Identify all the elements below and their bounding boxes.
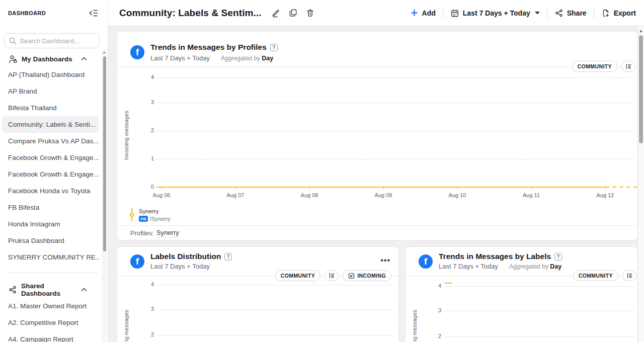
gridline	[156, 335, 393, 335]
x-tick-mark	[235, 188, 236, 190]
sidebar-item[interactable]: FB Bifesta	[2, 199, 99, 216]
help-icon[interactable]: ?	[554, 253, 562, 261]
my-dashboards-list: AP (Thailand) Dashboard AP Brand Bifesta…	[0, 66, 102, 266]
help-icon[interactable]: ?	[270, 44, 278, 51]
sidebar-item[interactable]: Compare Pruksa Vs AP Das...	[2, 133, 99, 149]
mean-icon	[626, 273, 633, 279]
mean-icon	[625, 63, 632, 69]
chart-trends-by-labels: Incoming messages432	[406, 281, 637, 342]
export-button[interactable]: Export	[601, 9, 636, 18]
card-menu-button[interactable]: •••	[380, 256, 390, 265]
y-tick-label: 4	[137, 74, 154, 80]
sidebar-item[interactable]: AP (Thailand) Dashboard	[2, 66, 99, 83]
incoming-filter-badge[interactable]: INCOMING	[343, 270, 391, 281]
x-tick-label: Aug 09	[367, 192, 399, 198]
community-badge[interactable]: COMMUNITY	[573, 270, 618, 281]
y-tick-label: 0	[137, 184, 154, 190]
sidebar-item[interactable]: A1. Master Owned Report	[2, 298, 99, 314]
card-date-range: Last 7 Days + Today	[150, 263, 210, 270]
card-header-divider	[117, 66, 637, 67]
help-icon[interactable]: ?	[224, 253, 232, 261]
facebook-icon: f	[130, 45, 144, 59]
x-tick-mark	[531, 188, 532, 190]
add-label: Add	[422, 9, 436, 17]
sidebar-item[interactable]: Facebook Growth & Engage...	[2, 149, 99, 166]
card-title: Trends in Messages by Labels	[439, 252, 551, 261]
gridline	[156, 131, 634, 131]
sidebar-item[interactable]: Bifesta Thailand	[2, 100, 99, 116]
card-title: Trends in Messages by Profiles	[150, 43, 267, 52]
gridline	[445, 311, 634, 311]
sidebar-item-selected[interactable]: Community: Labels & Senti...	[2, 116, 99, 133]
mean-stat-toggle[interactable]	[621, 61, 635, 72]
toolbar-divider	[443, 8, 443, 19]
my-dashboards-section-header[interactable]: My Dashboards	[0, 52, 101, 66]
share-button[interactable]: Share	[554, 9, 587, 18]
sidebar-item[interactable]: Facebook Growth & Engage...	[2, 166, 99, 183]
profiles-footer-value[interactable]: Synerry	[156, 229, 179, 237]
chevron-down-icon	[535, 12, 540, 15]
y-tick-label: 2	[424, 333, 441, 339]
dashboard-title: Community: Labels & Sentim...	[119, 8, 262, 19]
mean-stat-toggle[interactable]	[622, 270, 636, 281]
aggregated-by-value[interactable]: Day	[262, 55, 273, 63]
gridline	[156, 77, 634, 78]
calendar-icon	[450, 9, 459, 18]
shared-dashboards-list: A1. Master Owned Report A2. Competitive …	[0, 298, 102, 342]
gridline	[156, 103, 634, 103]
sidebar-item[interactable]: A2. Competitive Report	[2, 314, 99, 331]
sidebar-scrollbar-thumb[interactable]	[103, 56, 106, 251]
legend-marker-icon	[129, 208, 134, 221]
shared-dashboards-icon	[8, 285, 17, 294]
search-input[interactable]	[20, 37, 108, 45]
x-tick-mark	[309, 188, 310, 190]
x-tick-label: Aug 11	[515, 192, 547, 198]
shared-dashboards-section-header[interactable]: Shared Dashboards	[0, 283, 101, 297]
x-tick-mark	[162, 188, 162, 190]
gridline	[445, 286, 634, 287]
chart-legend[interactable]: Synerry FB /Synerry	[129, 208, 171, 222]
sidebar-item[interactable]: Honda Instagram	[2, 216, 99, 232]
aggregated-by-label: Aggregated by	[509, 263, 548, 270]
add-widget-button[interactable]: Add	[410, 9, 436, 17]
x-tick-mark	[383, 188, 384, 190]
main-scroll-up-arrow[interactable]: ▲	[638, 29, 643, 33]
y-axis-label: Incoming messages	[123, 310, 129, 342]
mean-stat-toggle[interactable]	[325, 270, 339, 281]
series-line-dashed-today	[605, 187, 637, 188]
community-badge[interactable]: COMMUNITY	[275, 270, 320, 281]
duplicate-dashboard-icon[interactable]	[288, 8, 298, 18]
y-tick-label: 2	[137, 331, 154, 337]
chevron-up-icon[interactable]	[80, 55, 88, 62]
sidebar-item[interactable]: AP Brand	[2, 83, 99, 100]
share-label: Share	[567, 9, 587, 17]
community-badge[interactable]: COMMUNITY	[572, 61, 617, 72]
sidebar-item[interactable]: Facebook Honda vs Toyota	[2, 183, 99, 199]
delete-dashboard-icon[interactable]	[305, 8, 315, 18]
my-dashboards-label: My Dashboards	[22, 55, 72, 63]
my-dashboards-icon	[8, 54, 18, 64]
sidebar-item[interactable]: SYNERRY COMMUNITY RE...	[2, 249, 99, 266]
chart-labels-distribution: Incoming messages432	[117, 281, 398, 342]
facebook-icon: f	[130, 254, 144, 269]
sidebar-item[interactable]: A4. Campaign Report	[2, 331, 99, 342]
search-dashboard-box[interactable]	[4, 33, 100, 48]
card-date-range: Last 7 Days + Today	[150, 54, 210, 62]
y-tick-label: 4	[424, 283, 441, 289]
main-scrollbar-thumb[interactable]	[639, 35, 643, 143]
aggregated-by-value[interactable]: Day	[550, 263, 561, 271]
export-icon	[601, 9, 610, 18]
y-axis-label: Incoming messages	[123, 111, 129, 160]
gridline	[445, 336, 634, 337]
profiles-footer-label: Profiles:	[130, 229, 154, 237]
sidebar-scroll-up-arrow[interactable]: ▲	[102, 50, 106, 54]
card-title: Labels Distribution	[150, 252, 221, 261]
sidebar: DASHBOARD My Dashboards AP (Thailand) Da…	[0, 0, 108, 342]
chevron-up-icon[interactable]	[80, 286, 88, 293]
date-range-selector[interactable]: Last 7 Days + Today	[450, 9, 540, 18]
x-tick-label: Aug 12	[589, 192, 621, 198]
topbar: Community: Labels & Sentim...	[108, 0, 644, 26]
edit-title-icon[interactable]	[271, 8, 281, 18]
sidebar-item[interactable]: Pruksa Dashboard	[2, 232, 99, 249]
collapse-sidebar-icon[interactable]	[88, 8, 99, 19]
